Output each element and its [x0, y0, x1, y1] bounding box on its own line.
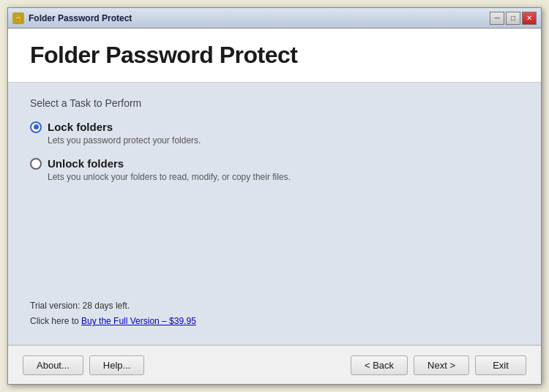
exit-button[interactable]: Exit	[475, 355, 526, 375]
option-group: Lock folders Lets you password protect y…	[30, 121, 519, 291]
help-button[interactable]: Help...	[89, 355, 145, 375]
title-bar: 🔒 Folder Password Protect ─ □ ✕	[8, 8, 541, 29]
main-section: Select a Task to Perform Lock folders Le…	[8, 83, 541, 344]
main-window: 🔒 Folder Password Protect ─ □ ✕ Folder P…	[7, 7, 542, 385]
trial-line2-prefix: Click here to	[30, 316, 81, 326]
unlock-folders-label: Unlock folders	[48, 157, 124, 170]
footer-right-buttons: < Back Next > Exit	[351, 355, 526, 375]
maximize-button[interactable]: □	[506, 12, 520, 25]
lock-folders-option[interactable]: Lock folders Lets you password protect y…	[30, 121, 519, 146]
trial-line1: Trial version: 28 days left.	[30, 298, 519, 314]
back-button[interactable]: < Back	[351, 355, 408, 375]
about-button[interactable]: About...	[23, 355, 83, 375]
footer-left-buttons: About... Help...	[23, 355, 144, 375]
unlock-folders-option[interactable]: Unlock folders Lets you unlock your fold…	[30, 157, 519, 182]
footer: About... Help... < Back Next > Exit	[8, 344, 541, 384]
minimize-button[interactable]: ─	[490, 12, 504, 25]
lock-folders-row[interactable]: Lock folders	[30, 121, 519, 133]
close-button[interactable]: ✕	[522, 12, 537, 25]
lock-folders-radio-inner	[34, 124, 39, 129]
unlock-folders-desc: Lets you unlock your folders to read, mo…	[30, 172, 519, 182]
title-bar-text: Folder Password Protect	[29, 13, 490, 23]
app-icon: 🔒	[12, 12, 24, 24]
trial-section: Trial version: 28 days left. Click here …	[30, 291, 519, 330]
lock-folders-radio[interactable]	[30, 121, 42, 133]
unlock-folders-radio[interactable]	[30, 158, 42, 170]
next-button[interactable]: Next >	[414, 355, 469, 375]
title-bar-buttons: ─ □ ✕	[490, 12, 537, 25]
section-label: Select a Task to Perform	[30, 97, 519, 109]
lock-folders-label: Lock folders	[48, 121, 113, 133]
buy-full-version-link[interactable]: Buy the Full Version – $39.95	[81, 316, 196, 326]
trial-line2: Click here to Buy the Full Version – $39…	[30, 314, 519, 330]
content-area: Folder Password Protect Select a Task to…	[8, 29, 541, 384]
app-title: Folder Password Protect	[30, 42, 519, 69]
header-section: Folder Password Protect	[8, 29, 541, 83]
unlock-folders-row[interactable]: Unlock folders	[30, 157, 519, 170]
lock-folders-desc: Lets you password protect your folders.	[30, 135, 519, 146]
